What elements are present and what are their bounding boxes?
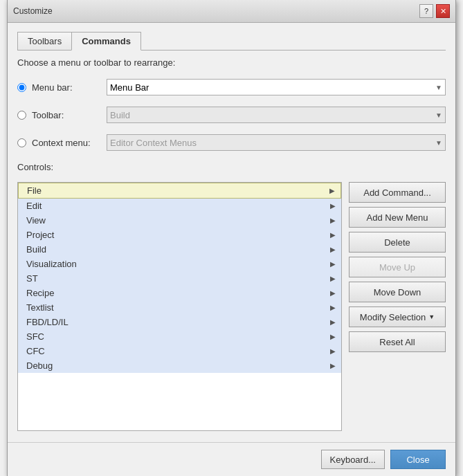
toolbar-row: Toolbar: Build ▼ [17, 107, 446, 123]
help-icon: ? [424, 7, 428, 15]
context-menu-combo[interactable]: Editor Context Menus ▼ [107, 134, 446, 151]
move-up-button[interactable]: Move Up [349, 257, 446, 277]
customize-dialog: Customize ? ✕ Toolbars Commands Choose a… [7, 0, 456, 476]
context-menu-dropdown-arrow: ▼ [435, 139, 442, 147]
list-item[interactable]: Recipe▶ [18, 286, 341, 300]
arrow-right-icon: ▶ [330, 202, 336, 210]
dialog-body: Toolbars Commands Choose a menu or toolb… [8, 23, 455, 439]
list-item[interactable]: ST▶ [18, 271, 341, 286]
menu-bar-label: Menu bar: [32, 82, 101, 93]
list-item[interactable]: SFC▶ [18, 329, 341, 344]
tabs: Toolbars Commands [17, 31, 446, 51]
arrow-right-icon: ▶ [329, 187, 335, 194]
action-buttons: Add Command... Add New Menu Delete Move … [349, 182, 446, 431]
list-item[interactable]: File▶ [18, 183, 341, 199]
tab-commands[interactable]: Commands [71, 32, 141, 51]
menu-bar-combo[interactable]: Menu Bar ▼ [107, 79, 446, 95]
move-down-button[interactable]: Move Down [349, 282, 446, 302]
reset-all-button[interactable]: Reset All [349, 331, 446, 352]
arrow-right-icon: ▶ [330, 246, 336, 253]
arrow-right-icon: ▶ [330, 217, 336, 224]
modify-selection-dropdown-arrow: ▼ [428, 313, 435, 320]
list-item[interactable]: Textlist▶ [18, 300, 341, 315]
list-item[interactable]: View▶ [18, 213, 341, 228]
bottom-bar: Keyboard... Close [8, 442, 455, 476]
dialog-title: Customize [13, 6, 53, 16]
list-item[interactable]: CFC▶ [18, 344, 341, 358]
tab-toolbars[interactable]: Toolbars [17, 32, 72, 51]
close-title-button[interactable]: ✕ [436, 4, 450, 18]
arrow-right-icon: ▶ [330, 333, 336, 340]
arrow-right-icon: ▶ [330, 231, 336, 239]
menu-bar-row: Menu bar: Menu Bar ▼ [17, 79, 446, 95]
arrow-right-icon: ▶ [330, 304, 336, 311]
toolbar-combo[interactable]: Build ▼ [107, 107, 446, 123]
arrow-right-icon: ▶ [330, 362, 336, 369]
list-item[interactable]: FBD/LD/IL▶ [18, 315, 341, 329]
controls-label: Controls: [17, 162, 446, 172]
menu-bar-radio[interactable] [17, 83, 26, 92]
title-buttons: ? ✕ [419, 4, 450, 18]
toolbar-label: Toolbar: [32, 110, 101, 120]
title-bar: Customize ? ✕ [8, 0, 455, 23]
delete-button[interactable]: Delete [349, 232, 446, 253]
arrow-right-icon: ▶ [330, 318, 336, 326]
close-icon: ✕ [440, 7, 446, 16]
controls-list[interactable]: File▶Edit▶View▶Project▶Build▶Visualizati… [17, 182, 342, 431]
list-item[interactable]: Edit▶ [18, 199, 341, 213]
menu-bar-dropdown-arrow: ▼ [435, 84, 442, 91]
list-item[interactable]: Build▶ [18, 242, 341, 257]
instruction-label: Choose a menu or toolbar to rearrange: [17, 57, 446, 68]
keyboard-button[interactable]: Keyboard... [321, 450, 385, 469]
toolbar-radio[interactable] [17, 111, 26, 120]
toolbar-dropdown-arrow: ▼ [435, 111, 442, 119]
help-button[interactable]: ? [419, 4, 433, 18]
list-item[interactable]: Visualization▶ [18, 257, 341, 271]
close-button[interactable]: Close [390, 450, 446, 469]
arrow-right-icon: ▶ [330, 275, 336, 282]
list-item[interactable]: Debug▶ [18, 358, 341, 373]
arrow-right-icon: ▶ [330, 289, 336, 297]
context-menu-row: Context menu: Editor Context Menus ▼ [17, 134, 446, 151]
list-item[interactable]: Project▶ [18, 228, 341, 242]
controls-area: File▶Edit▶View▶Project▶Build▶Visualizati… [17, 182, 446, 431]
context-menu-label: Context menu: [32, 138, 101, 148]
context-menu-radio[interactable] [17, 138, 26, 147]
add-new-menu-button[interactable]: Add New Menu [349, 207, 446, 228]
arrow-right-icon: ▶ [330, 260, 336, 268]
modify-selection-button[interactable]: Modify Selection ▼ [349, 306, 446, 327]
add-command-button[interactable]: Add Command... [349, 182, 446, 203]
arrow-right-icon: ▶ [330, 347, 336, 355]
